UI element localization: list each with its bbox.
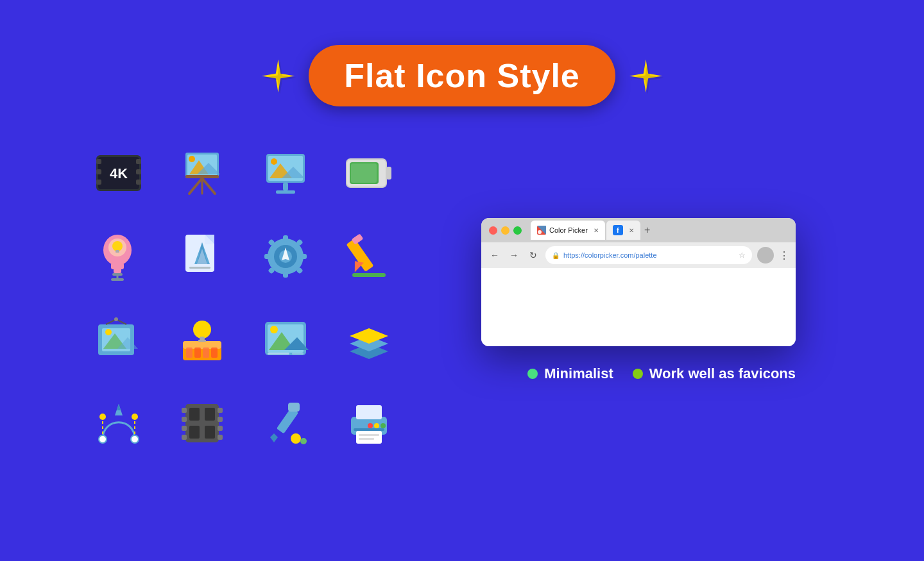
svg-rect-73 <box>211 347 218 358</box>
back-button[interactable]: ← <box>488 248 502 262</box>
icon-layers <box>337 308 401 372</box>
svg-marker-109 <box>270 433 278 442</box>
favicon-label: Work well as favicons <box>649 365 796 382</box>
minimalist-label: Minimalist <box>544 365 613 382</box>
svg-rect-115 <box>356 431 382 444</box>
icon-idea-head <box>87 224 151 289</box>
browser-content <box>481 268 796 346</box>
svg-rect-114 <box>356 405 382 419</box>
svg-rect-105 <box>218 417 223 422</box>
page-header: Flat Icon Style <box>0 0 924 106</box>
svg-rect-34 <box>116 250 119 253</box>
icon-pen-doc <box>170 224 234 289</box>
svg-rect-70 <box>186 347 193 358</box>
forward-button[interactable]: → <box>507 248 521 262</box>
svg-rect-43 <box>189 267 210 269</box>
svg-rect-106 <box>218 426 223 431</box>
icon-image-small <box>253 308 318 372</box>
svg-rect-82 <box>268 353 289 355</box>
svg-rect-45 <box>283 235 288 242</box>
icon-4k: 4K <box>87 141 151 205</box>
svg-rect-102 <box>182 426 187 431</box>
svg-rect-28 <box>351 163 377 183</box>
svg-rect-72 <box>203 347 209 358</box>
svg-rect-103 <box>182 435 187 440</box>
svg-rect-7 <box>136 180 141 185</box>
svg-point-92 <box>132 414 138 420</box>
svg-point-67 <box>114 317 118 321</box>
icon-film-strip <box>170 391 234 455</box>
minimize-traffic-light[interactable] <box>501 226 509 235</box>
svg-rect-101 <box>182 417 187 422</box>
minimalist-dot <box>527 369 538 379</box>
bookmark-icon[interactable]: ☆ <box>739 251 746 260</box>
url-text: https://colorpicker.com/palette <box>563 251 657 259</box>
svg-rect-2 <box>96 159 101 164</box>
svg-rect-6 <box>136 169 141 174</box>
refresh-button[interactable]: ↻ <box>526 248 540 262</box>
tab-close-button[interactable]: ✕ <box>594 227 599 234</box>
svg-text:4K: 4K <box>110 165 128 181</box>
tab-color-picker[interactable]: Color Picker ✕ <box>531 221 605 240</box>
traffic-lights <box>489 226 522 235</box>
svg-rect-110 <box>288 403 300 412</box>
tab-active-label: Color Picker <box>549 226 588 234</box>
svg-rect-97 <box>205 408 215 421</box>
icon-pen-bezier <box>87 391 151 455</box>
svg-rect-17 <box>185 175 219 178</box>
svg-rect-3 <box>96 169 101 174</box>
svg-rect-96 <box>189 408 200 421</box>
svg-rect-47 <box>264 254 271 259</box>
browser-mockup: Color Picker ✕ f ✕ + ← → ↻ 🔒 https://col… <box>481 218 796 346</box>
svg-rect-46 <box>283 271 288 278</box>
icon-lightbulb-box <box>170 308 234 372</box>
feature-minimalist: Minimalist <box>527 365 613 382</box>
title-badge: Flat Icon Style <box>309 45 615 106</box>
svg-point-33 <box>112 241 123 251</box>
svg-rect-119 <box>354 428 384 431</box>
svg-point-13 <box>189 156 195 162</box>
svg-rect-35 <box>112 273 123 276</box>
svg-rect-107 <box>218 435 223 440</box>
icon-settings-pen <box>253 224 318 289</box>
feature-bullets: Minimalist Work well as favicons <box>527 365 796 382</box>
svg-line-14 <box>189 178 202 194</box>
profile-button[interactable] <box>757 247 774 264</box>
icon-picture-frame <box>87 308 151 372</box>
icon-pencil-eraser <box>337 224 401 289</box>
svg-rect-99 <box>205 426 215 439</box>
svg-rect-100 <box>182 408 187 413</box>
svg-point-116 <box>368 423 373 428</box>
svg-rect-120 <box>359 434 379 436</box>
svg-rect-48 <box>300 254 307 259</box>
svg-point-118 <box>381 423 386 428</box>
icon-dropper <box>253 391 318 455</box>
icon-printer <box>337 391 401 455</box>
svg-marker-94 <box>117 404 121 410</box>
maximize-traffic-light[interactable] <box>513 226 522 235</box>
svg-rect-76 <box>198 340 206 342</box>
tab-fb-close-button[interactable]: ✕ <box>629 227 634 234</box>
sparkle-right-icon <box>628 58 663 94</box>
browser-toolbar: ← → ↻ 🔒 https://colorpicker.com/palette … <box>481 242 796 268</box>
sparkle-left-icon <box>261 58 296 94</box>
address-bar[interactable]: 🔒 https://colorpicker.com/palette ☆ <box>545 246 752 264</box>
menu-dots-button[interactable]: ⋮ <box>779 249 789 262</box>
tab-facebook[interactable]: f ✕ <box>606 221 640 240</box>
color-picker-tab-icon <box>537 226 546 235</box>
close-traffic-light[interactable] <box>489 226 497 235</box>
svg-point-124 <box>538 230 542 234</box>
svg-rect-56 <box>346 239 374 272</box>
svg-rect-98 <box>189 426 200 439</box>
lock-icon: 🔒 <box>552 252 560 259</box>
svg-point-112 <box>300 438 307 444</box>
browser-titlebar: Color Picker ✕ f ✕ + <box>481 218 796 242</box>
svg-point-91 <box>99 414 106 420</box>
svg-rect-26 <box>386 167 391 180</box>
icon-grid: 4K <box>87 141 407 462</box>
svg-point-111 <box>291 433 301 444</box>
svg-point-81 <box>270 326 278 333</box>
facebook-tab-icon: f <box>613 225 623 235</box>
new-tab-button[interactable]: + <box>644 224 650 236</box>
tab-bar: Color Picker ✕ f ✕ + <box>531 221 788 240</box>
